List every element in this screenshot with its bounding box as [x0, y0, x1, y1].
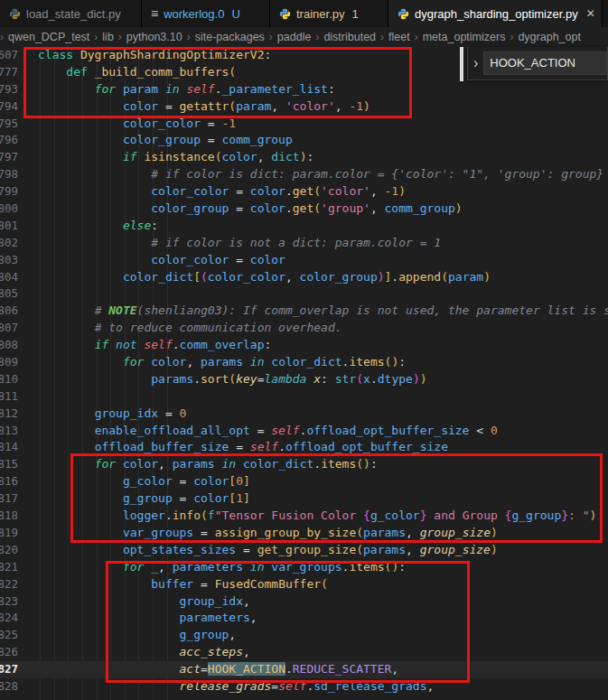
code-line-814[interactable]: 814 offload_buffer_size = self.offload_o…	[0, 439, 608, 456]
breadcrumb-item-meta_optimizers[interactable]: meta_optimizers	[422, 31, 507, 43]
code-line-828[interactable]: 828 release_grads=self.sd_release_grads,	[0, 678, 608, 695]
breadcrumb-item-distributed[interactable]: distributed	[323, 31, 377, 43]
line-number[interactable]: 821	[0, 559, 22, 576]
tab-workerlog[interactable]: ≡ workerlog.0 U	[142, 0, 270, 27]
code-line-824[interactable]: 824 parameters,	[0, 610, 608, 627]
line-number[interactable]: 793	[0, 81, 22, 98]
breadcrumb-item-qwen_DCP_test[interactable]: qwen_DCP_test	[7, 31, 90, 43]
line-number[interactable]: 824	[0, 610, 22, 627]
code-line-827[interactable]: 827 act=HOOK_ACTION.REDUCE_SCATTER,	[0, 661, 608, 678]
line-number[interactable]: 799	[0, 183, 22, 201]
line-number[interactable]: 819	[0, 525, 22, 542]
code-token: enable_offload_all_opt	[95, 424, 250, 437]
code-line-823[interactable]: 823 group_idx,	[0, 593, 608, 611]
code-line-798[interactable]: 798 # if color is dict: param.color = {'…	[0, 166, 608, 183]
line-number[interactable]: 803	[0, 252, 22, 269]
line-number[interactable]: 820	[0, 542, 22, 559]
line-number[interactable]: 810	[0, 371, 22, 388]
line-number[interactable]: 798	[0, 166, 22, 183]
line-number[interactable]: 811	[0, 388, 22, 406]
find-widget-sash[interactable]	[460, 47, 463, 81]
code-line-806[interactable]: 806 # NOTE(shenliang03): If comm_overlap…	[0, 303, 608, 320]
code-line-807[interactable]: 807 # to reduce communication overhead.	[0, 320, 608, 337]
code-line-816[interactable]: 816 g_color = color[0]	[0, 473, 608, 490]
line-number[interactable]: 807	[0, 320, 22, 337]
line-number[interactable]: 777	[0, 64, 22, 81]
line-number[interactable]: 808	[0, 337, 22, 354]
code-line-815[interactable]: 815 for color, params in color_dict.item…	[0, 456, 608, 473]
line-number[interactable]: 801	[0, 218, 22, 235]
line-number[interactable]: 812	[0, 406, 22, 423]
find-input[interactable]: HOOK_ACTION	[483, 51, 607, 75]
line-number[interactable]: 822	[0, 576, 22, 593]
code-line-content: act=HOOK_ACTION.REDUCE_SCATTER,	[22, 661, 398, 678]
code-token: color	[123, 99, 158, 113]
line-number[interactable]: 815	[0, 456, 22, 473]
code-line-797[interactable]: 797 if isinstance(color, dict):	[0, 149, 608, 166]
line-number[interactable]: 818	[0, 508, 22, 525]
code-line-826[interactable]: 826 acc_steps,	[0, 644, 608, 661]
line-number[interactable]: 816	[0, 473, 22, 490]
code-token: color_group	[151, 201, 229, 215]
code-line-805[interactable]: 805	[0, 285, 608, 303]
code-line-793[interactable]: 793 for param in self._parameter_list:	[0, 81, 608, 98]
line-number[interactable]: 809	[0, 354, 22, 371]
breadcrumb-item-lib[interactable]: lib	[101, 31, 115, 43]
code-line-822[interactable]: 822 buffer = FusedCommBuffer(	[0, 576, 608, 593]
code-line-820[interactable]: 820 opt_states_sizes = get_group_size(pa…	[0, 542, 608, 559]
code-line-795[interactable]: 795 color_color = -1	[0, 116, 608, 133]
line-number[interactable]: 817	[0, 490, 22, 508]
code-line-813[interactable]: 813 enable_offload_all_opt = self.offloa…	[0, 423, 608, 440]
code-line-799[interactable]: 799 color_color = color.get('color', -1)	[0, 183, 608, 201]
code-line-803[interactable]: 803 color_color = color	[0, 252, 608, 269]
code-line-817[interactable]: 817 g_group = color[1]	[0, 490, 608, 508]
breadcrumb-item-fleet[interactable]: fleet	[388, 31, 411, 43]
chevron-right-icon: ›	[266, 31, 276, 43]
tab-dygraph-sharding-optimizer[interactable]: dygraph_sharding_optimizer.py ✕	[388, 0, 603, 27]
line-number[interactable]: 796	[0, 132, 22, 149]
code-line-811[interactable]: 811	[0, 388, 608, 406]
code-line-801[interactable]: 801 else:	[0, 218, 608, 235]
line-number[interactable]: 814	[0, 439, 22, 456]
line-number[interactable]: 795	[0, 116, 22, 133]
line-number[interactable]: 800	[0, 201, 22, 218]
breadcrumb-item-site-packages[interactable]: site-packages	[194, 31, 266, 43]
line-number[interactable]: 828	[0, 678, 22, 695]
line-number[interactable]: 806	[0, 303, 22, 320]
code-line-809[interactable]: 809 for color, params in color_dict.item…	[0, 354, 608, 371]
line-number[interactable]: 607	[0, 47, 22, 64]
code-line-812[interactable]: 812 group_idx = 0	[0, 406, 608, 423]
tab-load-state-dict[interactable]: load_state_dict.py	[0, 0, 142, 27]
close-icon[interactable]: ✕	[584, 6, 598, 21]
line-number[interactable]: 804	[0, 269, 22, 286]
find-toggle-replace-chevron-icon[interactable]: ›	[468, 55, 483, 71]
code-line-810[interactable]: 810 params.sort(key=lambda x: str(x.dtyp…	[0, 371, 608, 388]
code-line-825[interactable]: 825 g_group,	[0, 627, 608, 644]
breadcrumb-item-python3.10[interactable]: python3.10	[126, 31, 183, 43]
line-number[interactable]: 813	[0, 423, 22, 440]
tab-trainer[interactable]: trainer.py 1	[270, 0, 388, 27]
code-line-802[interactable]: 802 # if color is not a dict: param.colo…	[0, 235, 608, 252]
breadcrumb-item-paddle[interactable]: paddle	[276, 31, 313, 43]
code-token	[243, 560, 250, 574]
code-line-796[interactable]: 796 color_group = comm_group	[0, 132, 608, 149]
line-number[interactable]: 805	[0, 285, 22, 303]
line-number[interactable]: 794	[0, 98, 22, 116]
line-number[interactable]: 823	[0, 593, 22, 611]
code-token: in	[250, 560, 265, 574]
code-line-821[interactable]: 821 for _, parameters in var_groups.item…	[0, 559, 608, 576]
code-line-800[interactable]: 800 color_group = color.get('group', com…	[0, 201, 608, 218]
line-number[interactable]: 826	[0, 644, 22, 661]
code-line-794[interactable]: 794 color = getattr(param, 'color', -1)	[0, 98, 608, 116]
code-line-804[interactable]: 804 color_dict[(color_color, color_group…	[0, 269, 608, 286]
line-number[interactable]: 802	[0, 235, 22, 252]
breadcrumb-item-dygraph_opt[interactable]: dygraph_opt	[517, 31, 582, 43]
code-token: if	[123, 150, 137, 163]
code-line-819[interactable]: 819 var_groups = assign_group_by_size(pa…	[0, 525, 608, 542]
code-token: color	[193, 491, 229, 505]
line-number[interactable]: 797	[0, 149, 22, 166]
line-number[interactable]: 827	[0, 661, 22, 678]
code-line-818[interactable]: 818 logger.info(f"Tensor Fusion Color {g…	[0, 508, 608, 525]
line-number[interactable]: 825	[0, 627, 22, 644]
code-line-808[interactable]: 808 if not self.comm_overlap:	[0, 337, 608, 354]
